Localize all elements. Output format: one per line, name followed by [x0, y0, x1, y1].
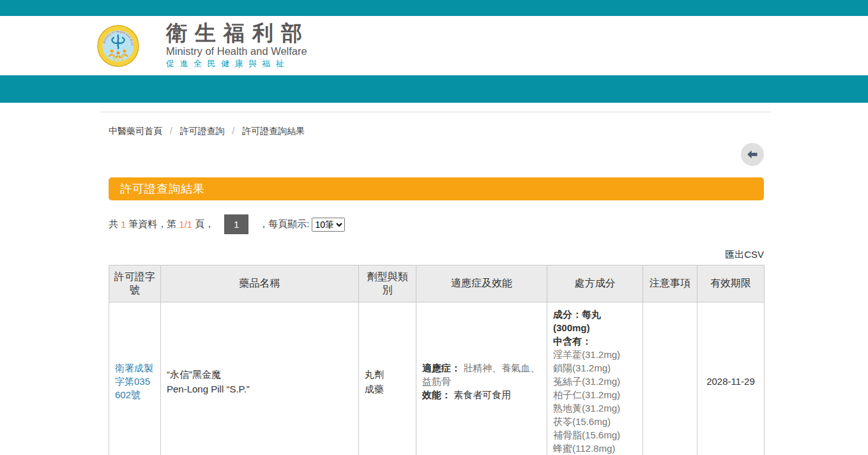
- col-header-notes: 注意事項: [643, 265, 697, 302]
- site-title-en: Ministry of Health and Welfare: [166, 45, 310, 57]
- license-no-cell: 衛署成製字第035602號: [109, 302, 161, 455]
- back-button[interactable]: [741, 143, 764, 166]
- per-page-label: ，每頁顯示:: [259, 218, 309, 230]
- drug-name-en: Pen-Long Pill “S.P.”: [167, 382, 353, 396]
- breadcrumb-separator: /: [232, 126, 235, 136]
- table-row: 衛署成製字第035602號 “永信”黑金魔 Pen-Long Pill “S.P…: [109, 302, 765, 455]
- per-page-select[interactable]: 10筆: [312, 218, 345, 232]
- drug-category: 成藥: [365, 382, 410, 396]
- license-no-link[interactable]: 衛署成製字第035602號: [115, 362, 153, 400]
- notes-cell: [643, 302, 697, 455]
- mohw-logo: Ministry of Health and Welfare: [97, 25, 139, 67]
- ingredient-item: 茯苓(15.6mg): [553, 415, 637, 428]
- top-teal-bar: [0, 0, 868, 16]
- site-title-zh: 衛生福利部: [166, 22, 310, 45]
- dosage-form-cell: 丸劑 成藥: [359, 302, 416, 455]
- pagination: 共 1 筆資料，第 1/1 頁， 1 ，每頁顯示: 10筆: [109, 214, 764, 234]
- ingredient-item: 蜂蜜(112.8mg): [553, 442, 637, 455]
- col-header-expiry: 有效期限: [697, 265, 765, 302]
- col-header-ingredients: 處方成分: [547, 265, 643, 302]
- caduceus-staff: [118, 35, 119, 48]
- col-header-indication: 適應症及效能: [416, 265, 547, 302]
- content-area: 中醫藥司首頁 / 許可證查詢 / 許可證查詢結果 許可證查詢結果 共 1 筆資料…: [100, 112, 771, 455]
- efficacy-value: 素食者可食用: [453, 389, 511, 400]
- site-slogan: 促進全民健康與福祉: [166, 58, 310, 70]
- indication-label: 適應症：: [422, 362, 461, 373]
- csv-row: 匯出CSV: [109, 249, 764, 261]
- pagination-page-indicator: 1/1: [179, 219, 192, 230]
- nav-band: [0, 75, 868, 103]
- ingredients-cell: 成分：每丸(300mg) 中含有： 淫羊藿(31.2mg) 鎖陽(31.2mg)…: [547, 302, 643, 455]
- arrow-left-icon: [745, 147, 759, 161]
- col-header-license-no: 許可證字號: [109, 265, 161, 302]
- ingredient-item: 熟地黃(31.2mg): [553, 401, 637, 415]
- indication-cell: 適應症： 壯精神、養氣血、益筋骨 效能： 素食者可食用: [416, 302, 547, 455]
- site-header: Ministry of Health and Welfare 衛生福利部 Min…: [0, 16, 868, 75]
- pagination-total-prefix: 共: [109, 218, 118, 230]
- back-row: [109, 143, 764, 166]
- ingredient-item: 淫羊藿(31.2mg): [553, 348, 637, 361]
- ingredients-header: 中含有：: [553, 334, 637, 348]
- drug-name-cell: “永信”黑金魔 Pen-Long Pill “S.P.”: [161, 302, 359, 455]
- pagination-total-count: 1: [121, 219, 126, 230]
- pagination-page-suffix: 頁，: [195, 218, 214, 230]
- breadcrumb-current: 許可證查詢結果: [242, 126, 305, 136]
- page-1-button[interactable]: 1: [224, 214, 248, 234]
- pagination-total-mid: 筆資料，第: [128, 218, 176, 230]
- breadcrumb-home-link[interactable]: 中醫藥司首頁: [109, 126, 162, 136]
- section-title-bar: 許可證查詢結果: [109, 177, 764, 200]
- col-header-drug-name: 藥品名稱: [161, 265, 359, 302]
- ingredient-item: 柏子仁(31.2mg): [553, 388, 637, 401]
- efficacy-label: 效能：: [422, 389, 451, 400]
- section-title: 許可證查詢結果: [120, 181, 205, 197]
- table-header-row: 許可證字號 藥品名稱 劑型與類別 適應症及效能 處方成分 注意事項 有效期限: [109, 265, 765, 302]
- export-csv-link[interactable]: 匯出CSV: [725, 249, 764, 260]
- col-header-dosage-form: 劑型與類別: [359, 265, 416, 302]
- expiry-cell: 2028-11-29: [697, 302, 765, 455]
- breadcrumb-separator: /: [170, 126, 172, 136]
- drug-name-zh: “永信”黑金魔: [167, 367, 353, 382]
- ingredient-item: 鎖陽(31.2mg): [553, 361, 637, 375]
- ingredients-header: 成分：每丸(300mg): [553, 308, 637, 334]
- ingredient-item: 菟絲子(31.2mg): [553, 375, 637, 388]
- breadcrumb: 中醫藥司首頁 / 許可證查詢 / 許可證查詢結果: [109, 112, 764, 137]
- results-table: 許可證字號 藥品名稱 劑型與類別 適應症及效能 處方成分 注意事項 有效期限 衛…: [109, 265, 765, 455]
- ingredient-item: 補骨脂(15.6mg): [553, 428, 637, 442]
- dosage-form: 丸劑: [365, 367, 410, 382]
- breadcrumb-license-query-link[interactable]: 許可證查詢: [180, 126, 225, 136]
